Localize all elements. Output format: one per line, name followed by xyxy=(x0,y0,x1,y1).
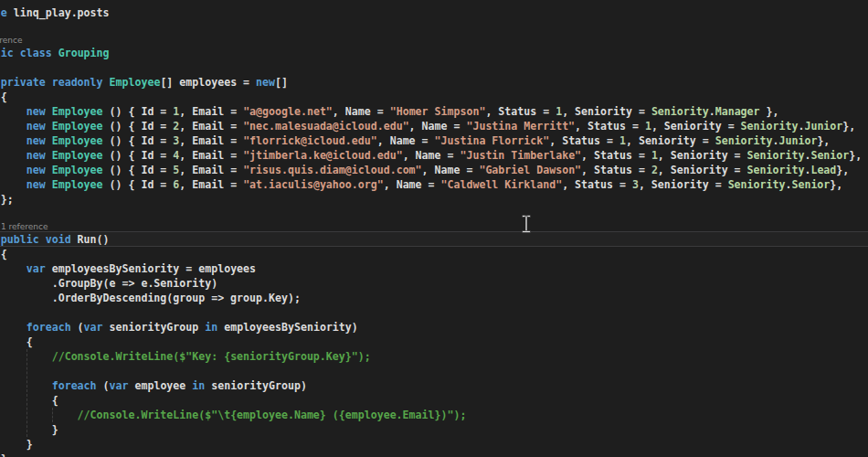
code-line[interactable]: }; xyxy=(0,192,868,207)
code-line[interactable]: { xyxy=(0,90,868,104)
code-area[interactable]: namespace linq_play.posts{1 reference pu… xyxy=(0,5,868,457)
code-line-blank[interactable] xyxy=(0,364,868,378)
code-line[interactable]: namespace linq_play.posts xyxy=(0,5,868,20)
code-line[interactable]: .GroupBy(e => e.Seniority) xyxy=(0,276,868,291)
code-line[interactable]: //Console.WriteLine($"Key: {seniorityGro… xyxy=(0,349,868,364)
code-line[interactable]: foreach (var seniorityGroup in employees… xyxy=(0,320,868,335)
code-line[interactable]: private readonly Employee[] employees = … xyxy=(0,75,868,90)
code-line[interactable]: foreach (var employee in seniorityGroup) xyxy=(0,378,868,393)
code-line[interactable]: new Employee () { Id = 4, Email = "jtimb… xyxy=(0,148,868,163)
code-line[interactable]: } xyxy=(0,422,868,437)
code-line-current[interactable]: public void Run() xyxy=(0,232,868,247)
code-line-blank[interactable] xyxy=(0,207,868,221)
code-line[interactable]: new Employee () { Id = 5, Email = "risus… xyxy=(0,163,868,177)
code-line[interactable]: //Console.WriteLine($"\t{employee.Name} … xyxy=(0,408,868,422)
code-line[interactable]: } xyxy=(0,437,868,452)
text-cursor-icon xyxy=(521,215,532,233)
code-line[interactable]: new Employee () { Id = 1, Email = "a@goo… xyxy=(0,104,868,119)
code-line[interactable]: .OrderByDescending(group => group.Key); xyxy=(0,291,868,305)
code-line-blank[interactable] xyxy=(0,305,868,320)
code-line[interactable]: } xyxy=(0,452,868,457)
code-line[interactable]: var employeesBySeniority = employees xyxy=(0,261,868,276)
code-line[interactable]: { xyxy=(0,335,868,349)
code-line[interactable]: new Employee () { Id = 3, Email = "florr… xyxy=(0,133,868,148)
code-line[interactable]: { xyxy=(0,393,868,408)
code-editor[interactable]: namespace linq_play.posts{1 reference pu… xyxy=(0,0,868,457)
codelens-references[interactable]: 1 reference xyxy=(0,35,868,46)
code-line[interactable]: { xyxy=(0,20,868,35)
code-line[interactable]: new Employee () { Id = 6, Email = "at.ia… xyxy=(0,177,868,192)
code-line[interactable]: new Employee () { Id = 2, Email = "nec.m… xyxy=(0,119,868,133)
codelens-references[interactable]: 1 reference xyxy=(0,221,868,232)
code-line[interactable]: { xyxy=(0,60,868,75)
code-line[interactable]: { xyxy=(0,247,868,261)
code-line[interactable]: public class Grouping xyxy=(0,46,868,60)
